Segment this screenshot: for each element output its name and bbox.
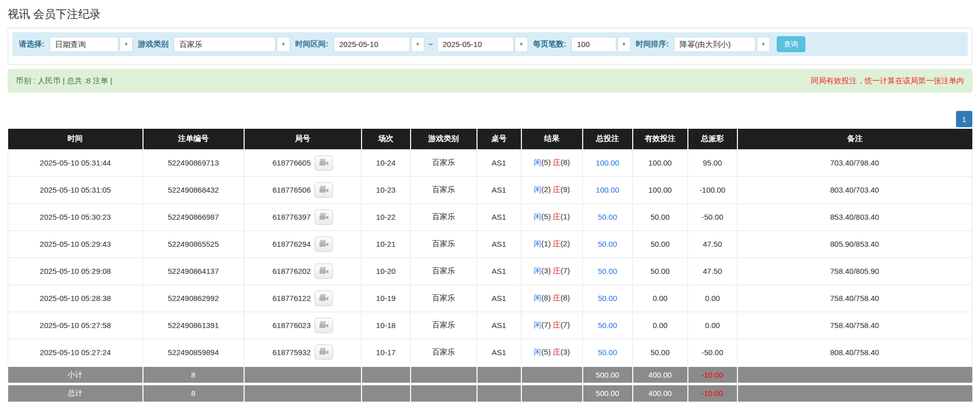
- bet-records-table: 时间注单编号局号场次游戏类别桌号结果总投注有效投注总派彩备注 2025-05-1…: [8, 129, 972, 402]
- search-button[interactable]: 查询: [777, 36, 805, 52]
- column-header: 备注: [737, 129, 972, 149]
- game-type-select[interactable]: 百家乐 ▼: [174, 37, 290, 52]
- video-replay-button[interactable]: [315, 182, 333, 198]
- payout-cell: 47.50: [688, 230, 737, 258]
- payout-cell: -100.00: [688, 176, 737, 203]
- total-row-empty-cell: [362, 384, 411, 402]
- page-number-button[interactable]: 1: [956, 111, 972, 127]
- sort-order-value[interactable]: 降幂(由大到小): [674, 37, 756, 52]
- video-record-icon: [319, 267, 329, 276]
- total-bet-link[interactable]: 50.00: [598, 267, 617, 275]
- game-type-value[interactable]: 百家乐: [174, 37, 276, 52]
- column-header: 结果: [521, 129, 583, 149]
- total-row-count: 8: [143, 384, 244, 402]
- video-replay-button[interactable]: [315, 155, 333, 171]
- bet-record-row: 2025-05-10 05:29:08522490864137618776202…: [8, 258, 972, 285]
- summary-alert-bar: 币别 : 人民币 | 总共 :8 注单 | 同局有效投注，统一计算在该局第一张注…: [8, 69, 972, 92]
- bet-time-cell: 2025-05-10 05:27:58: [8, 312, 143, 339]
- player-result-score: (7): [541, 320, 553, 329]
- bet-record-row: 2025-05-10 05:30:23522490866987618776397…: [8, 203, 972, 230]
- chevron-down-icon[interactable]: ▼: [515, 37, 528, 52]
- player-result-label: 闲: [534, 266, 541, 275]
- round-id-wrap: 618776506: [272, 182, 332, 198]
- column-header: 游戏类别: [411, 129, 477, 149]
- player-result-score: (5): [541, 212, 553, 221]
- remark-cell: 805.90/853.40: [737, 230, 972, 258]
- banker-result-label: 庄: [553, 212, 561, 221]
- valid-bet-notice: 同局有效投注，统一计算在该局第一张注单内: [811, 76, 964, 86]
- column-header: 有效投注: [633, 129, 688, 149]
- player-result-label: 闲: [534, 158, 541, 167]
- total-bet-link[interactable]: 50.00: [598, 348, 617, 357]
- total-row-payout: -10.00: [688, 384, 737, 402]
- date-from-select[interactable]: 2025-05-10 ▼: [333, 37, 424, 52]
- payout-cell: -50.00: [688, 203, 737, 230]
- round-id-value: 618775932: [272, 348, 310, 357]
- payout-cell: 0.00: [688, 312, 737, 339]
- bet-time-cell: 2025-05-10 05:29:08: [8, 258, 143, 285]
- video-replay-button[interactable]: [315, 264, 333, 279]
- game-type-cell: 百家乐: [411, 149, 477, 176]
- round-id-value: 618776122: [272, 294, 310, 302]
- video-record-icon: [319, 294, 329, 303]
- table-no-cell: AS1: [477, 149, 521, 176]
- video-replay-button[interactable]: [315, 210, 333, 225]
- total-bet-link[interactable]: 50.00: [598, 240, 617, 248]
- bet-time-cell: 2025-05-10 05:31:05: [8, 176, 143, 203]
- game-type-cell: 百家乐: [411, 258, 477, 285]
- bet-record-row: 2025-05-10 05:29:43522490865525618776294…: [8, 230, 972, 258]
- subtotal-row-total-bet: 500.00: [583, 366, 633, 384]
- chevron-down-icon[interactable]: ▼: [119, 37, 133, 52]
- banker-result-score: (7): [561, 266, 570, 275]
- result-cell: 闲(3) 庄(7): [521, 258, 583, 285]
- chevron-down-icon[interactable]: ▼: [617, 37, 631, 52]
- total-bet-link[interactable]: 50.00: [598, 213, 617, 221]
- round-id-value: 618776294: [272, 240, 310, 248]
- video-replay-button[interactable]: [315, 318, 333, 333]
- valid-bet-cell: 50.00: [633, 258, 688, 285]
- session-cell: 10-17: [362, 339, 411, 366]
- banker-result-label: 庄: [553, 158, 561, 167]
- player-result-label: 闲: [534, 239, 541, 248]
- game-type-cell: 百家乐: [411, 339, 477, 366]
- column-header: 总派彩: [688, 129, 737, 149]
- query-mode-value[interactable]: 日期查询: [50, 37, 118, 52]
- date-from-value[interactable]: 2025-05-10: [333, 37, 410, 52]
- page-size-select[interactable]: 100 ▼: [571, 37, 631, 52]
- video-replay-button[interactable]: [315, 237, 333, 252]
- page-size-value[interactable]: 100: [571, 37, 616, 52]
- total-bet-link[interactable]: 100.00: [596, 185, 619, 194]
- result-cell: 闲(5) 庄(1): [521, 203, 583, 230]
- round-id-cell: 618776605: [244, 149, 362, 176]
- date-to-value[interactable]: 2025-05-10: [437, 37, 514, 52]
- chevron-down-icon[interactable]: ▼: [411, 37, 424, 52]
- bet-time-cell: 2025-05-10 05:28:38: [8, 285, 143, 312]
- session-cell: 10-20: [362, 258, 411, 285]
- date-to-select[interactable]: 2025-05-10 ▼: [437, 37, 528, 52]
- game-type-label: 游戏类别: [138, 39, 169, 49]
- total-row-empty-cell: [411, 384, 477, 402]
- video-replay-button[interactable]: [315, 344, 333, 360]
- total-bet-link[interactable]: 50.00: [598, 321, 617, 330]
- player-result-label: 闲: [534, 347, 541, 356]
- valid-bet-cell: 0.00: [633, 312, 688, 339]
- total-bet-link[interactable]: 50.00: [598, 294, 617, 302]
- order-id-cell: 522490865525: [143, 230, 244, 258]
- session-cell: 10-22: [362, 203, 411, 230]
- total-bet-link[interactable]: 100.00: [596, 158, 619, 167]
- sort-order-select[interactable]: 降幂(由大到小) ▼: [674, 37, 770, 52]
- round-id-wrap: 618775932: [272, 344, 332, 360]
- round-id-value: 618776506: [272, 185, 310, 194]
- video-replay-button[interactable]: [315, 291, 333, 306]
- valid-bet-cell: 50.00: [633, 203, 688, 230]
- column-header: 总投注: [583, 129, 633, 149]
- chevron-down-icon[interactable]: ▼: [757, 37, 770, 52]
- chevron-down-icon[interactable]: ▼: [277, 37, 290, 52]
- total-row-empty-cell: [244, 384, 362, 402]
- query-mode-select[interactable]: 日期查询 ▼: [50, 37, 133, 52]
- order-id-cell: 522490868432: [143, 176, 244, 203]
- video-record-icon: [319, 158, 329, 168]
- round-id-cell: 618775932: [244, 339, 362, 366]
- filter-panel: 请选择: 日期查询 ▼ 游戏类别 百家乐 ▼ 时间区间: 2025-05-10 …: [8, 28, 972, 65]
- game-type-cell: 百家乐: [411, 230, 477, 258]
